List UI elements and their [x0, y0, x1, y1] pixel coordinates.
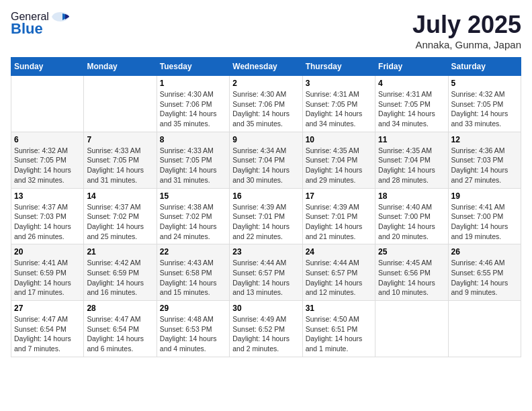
sunrise-text: Sunrise: 4:37 AM [87, 202, 153, 212]
sunset-text: Sunset: 7:06 PM [160, 99, 226, 109]
sunset-text: Sunset: 7:01 PM [232, 212, 299, 222]
sunset-text: Sunset: 7:05 PM [160, 155, 226, 165]
calendar-cell: 31 Sunrise: 4:50 AM Sunset: 6:51 PM Dayl… [302, 301, 375, 357]
day-number: 15 [160, 191, 226, 201]
cell-info: Sunrise: 4:45 AM Sunset: 6:56 PM Dayligh… [378, 258, 445, 298]
sunrise-text: Sunrise: 4:32 AM [451, 89, 518, 99]
calendar-cell: 19 Sunrise: 4:41 AM Sunset: 7:00 PM Dayl… [448, 188, 521, 244]
weekday-header: Tuesday [157, 58, 229, 76]
daylight-text: Daylight: 14 hours and 35 minutes. [160, 109, 226, 128]
daylight-text: Daylight: 14 hours and 28 minutes. [378, 165, 445, 185]
calendar-cell: 23 Sunrise: 4:44 AM Sunset: 6:57 PM Dayl… [230, 244, 302, 301]
sunset-text: Sunset: 6:56 PM [378, 268, 445, 278]
day-number: 8 [160, 135, 226, 144]
sunrise-text: Sunrise: 4:39 AM [306, 202, 372, 212]
cell-info: Sunrise: 4:31 AM Sunset: 7:05 PM Dayligh… [306, 89, 372, 129]
cell-info: Sunrise: 4:39 AM Sunset: 7:01 PM Dayligh… [306, 202, 372, 242]
sunset-text: Sunset: 7:04 PM [306, 155, 372, 165]
calendar-cell: 15 Sunrise: 4:38 AM Sunset: 7:02 PM Dayl… [157, 188, 229, 244]
day-number: 17 [306, 191, 372, 201]
daylight-text: Daylight: 14 hours and 15 minutes. [160, 278, 226, 298]
cell-info: Sunrise: 4:30 AM Sunset: 7:06 PM Dayligh… [232, 89, 299, 129]
calendar-week-row: 20 Sunrise: 4:41 AM Sunset: 6:59 PM Dayl… [11, 244, 521, 301]
cell-info: Sunrise: 4:44 AM Sunset: 6:57 PM Dayligh… [232, 258, 299, 298]
cell-info: Sunrise: 4:47 AM Sunset: 6:54 PM Dayligh… [14, 314, 81, 354]
daylight-text: Daylight: 14 hours and 4 minutes. [160, 334, 226, 353]
weekday-header: Thursday [302, 58, 375, 76]
cell-info: Sunrise: 4:33 AM Sunset: 7:05 PM Dayligh… [160, 146, 226, 185]
calendar-week-row: 27 Sunrise: 4:47 AM Sunset: 6:54 PM Dayl… [11, 301, 521, 357]
calendar-cell: 30 Sunrise: 4:49 AM Sunset: 6:52 PM Dayl… [230, 301, 302, 357]
sunset-text: Sunset: 6:53 PM [160, 324, 226, 334]
sunrise-text: Sunrise: 4:36 AM [451, 146, 518, 156]
calendar-cell [448, 301, 521, 357]
sunrise-text: Sunrise: 4:45 AM [378, 258, 445, 268]
day-number: 27 [14, 304, 81, 313]
cell-info: Sunrise: 4:49 AM Sunset: 6:52 PM Dayligh… [232, 314, 299, 354]
day-number: 13 [14, 191, 81, 201]
sunset-text: Sunset: 7:05 PM [306, 99, 372, 109]
calendar: SundayMondayTuesdayWednesdayThursdayFrid… [11, 57, 521, 357]
sunset-text: Sunset: 7:05 PM [14, 155, 81, 165]
title-block: July 2025 Annaka, Gunma, Japan [412, 11, 521, 50]
day-number: 28 [87, 304, 153, 313]
day-number: 25 [378, 247, 445, 257]
daylight-text: Daylight: 14 hours and 20 minutes. [378, 222, 445, 241]
cell-info: Sunrise: 4:34 AM Sunset: 7:04 PM Dayligh… [232, 146, 299, 185]
daylight-text: Daylight: 14 hours and 33 minutes. [451, 109, 518, 128]
page-header: General Blue July 2025 Annaka, Gunma, Ja… [11, 11, 521, 50]
daylight-text: Daylight: 14 hours and 24 minutes. [160, 222, 226, 241]
calendar-week-row: 6 Sunrise: 4:32 AM Sunset: 7:05 PM Dayli… [11, 132, 521, 188]
daylight-text: Daylight: 14 hours and 13 minutes. [232, 278, 299, 298]
sunset-text: Sunset: 6:52 PM [232, 324, 299, 334]
calendar-cell: 3 Sunrise: 4:31 AM Sunset: 7:05 PM Dayli… [302, 76, 375, 132]
day-number: 21 [87, 247, 153, 257]
logo-blue-text: Blue [11, 20, 43, 38]
calendar-cell: 12 Sunrise: 4:36 AM Sunset: 7:03 PM Dayl… [448, 132, 521, 188]
calendar-cell: 28 Sunrise: 4:47 AM Sunset: 6:54 PM Dayl… [84, 301, 157, 357]
weekday-header: Sunday [11, 58, 84, 76]
sunset-text: Sunset: 6:58 PM [160, 268, 226, 278]
sunset-text: Sunset: 7:04 PM [232, 155, 299, 165]
cell-info: Sunrise: 4:37 AM Sunset: 7:03 PM Dayligh… [14, 202, 81, 242]
day-number: 22 [160, 247, 226, 257]
daylight-text: Daylight: 14 hours and 32 minutes. [14, 165, 81, 185]
sunrise-text: Sunrise: 4:31 AM [306, 89, 372, 99]
day-number: 20 [14, 247, 81, 257]
daylight-text: Daylight: 14 hours and 2 minutes. [232, 334, 299, 353]
sunrise-text: Sunrise: 4:33 AM [87, 146, 153, 156]
sunrise-text: Sunrise: 4:44 AM [232, 258, 299, 268]
calendar-cell: 26 Sunrise: 4:46 AM Sunset: 6:55 PM Dayl… [448, 244, 521, 301]
daylight-text: Daylight: 14 hours and 10 minutes. [378, 278, 445, 298]
sunset-text: Sunset: 6:54 PM [87, 324, 153, 334]
logo-icon [50, 11, 71, 23]
sunset-text: Sunset: 6:54 PM [14, 324, 81, 334]
day-number: 19 [451, 191, 518, 201]
daylight-text: Daylight: 14 hours and 27 minutes. [451, 165, 518, 185]
sunrise-text: Sunrise: 4:30 AM [160, 89, 226, 99]
sunrise-text: Sunrise: 4:44 AM [306, 258, 372, 268]
weekday-header: Saturday [448, 58, 521, 76]
cell-info: Sunrise: 4:43 AM Sunset: 6:58 PM Dayligh… [160, 258, 226, 298]
weekday-header: Wednesday [230, 58, 302, 76]
calendar-cell: 25 Sunrise: 4:45 AM Sunset: 6:56 PM Dayl… [375, 244, 448, 301]
sunset-text: Sunset: 6:51 PM [306, 324, 372, 334]
day-number: 5 [451, 79, 518, 88]
cell-info: Sunrise: 4:47 AM Sunset: 6:54 PM Dayligh… [87, 314, 153, 354]
calendar-cell: 9 Sunrise: 4:34 AM Sunset: 7:04 PM Dayli… [230, 132, 302, 188]
day-number: 26 [451, 247, 518, 257]
day-number: 29 [160, 304, 226, 313]
daylight-text: Daylight: 14 hours and 16 minutes. [87, 278, 153, 298]
sunset-text: Sunset: 7:06 PM [232, 99, 299, 109]
cell-info: Sunrise: 4:46 AM Sunset: 6:55 PM Dayligh… [451, 258, 518, 298]
daylight-text: Daylight: 14 hours and 25 minutes. [87, 222, 153, 241]
calendar-cell: 2 Sunrise: 4:30 AM Sunset: 7:06 PM Dayli… [230, 76, 302, 132]
calendar-cell [11, 76, 84, 132]
cell-info: Sunrise: 4:32 AM Sunset: 7:05 PM Dayligh… [451, 89, 518, 129]
day-number: 6 [14, 135, 81, 144]
weekday-header-row: SundayMondayTuesdayWednesdayThursdayFrid… [11, 58, 521, 76]
day-number: 7 [87, 135, 153, 144]
sunrise-text: Sunrise: 4:35 AM [378, 146, 445, 156]
day-number: 1 [160, 79, 226, 88]
day-number: 31 [306, 304, 372, 313]
